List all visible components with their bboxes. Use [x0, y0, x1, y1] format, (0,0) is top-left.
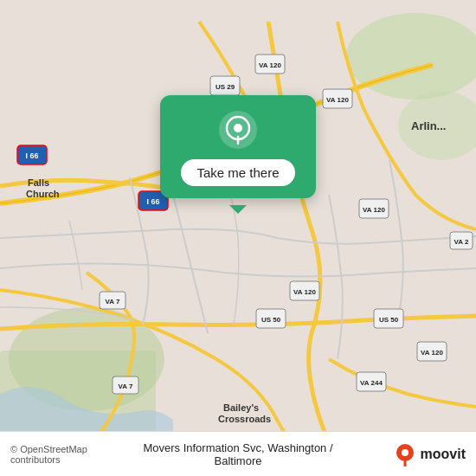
svg-text:VA 120: VA 120 [293, 288, 316, 296]
svg-text:Bailey's: Bailey's [223, 402, 259, 413]
svg-text:VA 2: VA 2 [454, 238, 469, 246]
copyright-text: © OpenStreetMap contributors [10, 444, 125, 465]
bottom-bar: © OpenStreetMap contributors Movers Info… [0, 431, 476, 476]
svg-text:Church: Church [26, 189, 60, 199]
svg-text:I 66: I 66 [25, 151, 38, 160]
svg-point-42 [402, 449, 408, 456]
moovit-logo-text: moovit [421, 447, 466, 462]
svg-text:VA 7: VA 7 [119, 383, 133, 390]
popup-card: Take me there [160, 95, 316, 198]
svg-text:VA 244: VA 244 [360, 379, 383, 387]
svg-text:VA 120: VA 120 [259, 61, 281, 69]
take-me-there-button[interactable]: Take me there [181, 159, 294, 186]
svg-text:Crossroads: Crossroads [218, 414, 271, 424]
svg-point-40 [234, 124, 242, 132]
svg-text:Falls: Falls [28, 177, 49, 188]
svg-text:VA 7: VA 7 [106, 298, 120, 306]
svg-text:VA 120: VA 120 [363, 206, 385, 214]
svg-text:VA 120: VA 120 [326, 96, 349, 104]
location-label: Movers Information Svc, Washington / Bal… [143, 441, 332, 467]
attribution-label: © OpenStreetMap contributors [10, 444, 87, 465]
svg-text:US 29: US 29 [215, 83, 235, 91]
svg-text:VA 120: VA 120 [421, 349, 443, 357]
svg-text:US 50: US 50 [261, 316, 281, 324]
location-info-text: Movers Information Svc, Washington / Bal… [125, 441, 352, 467]
svg-text:Arlin...: Arlin... [411, 119, 446, 132]
svg-text:US 50: US 50 [379, 316, 399, 324]
svg-text:I 66: I 66 [146, 197, 159, 206]
moovit-logo: moovit [352, 442, 466, 466]
map-container: I 66 I 66 US 29 VA 120 VA 120 VA 120 VA … [0, 0, 476, 476]
moovit-logo-icon [393, 442, 417, 466]
location-pin-icon [219, 111, 257, 149]
